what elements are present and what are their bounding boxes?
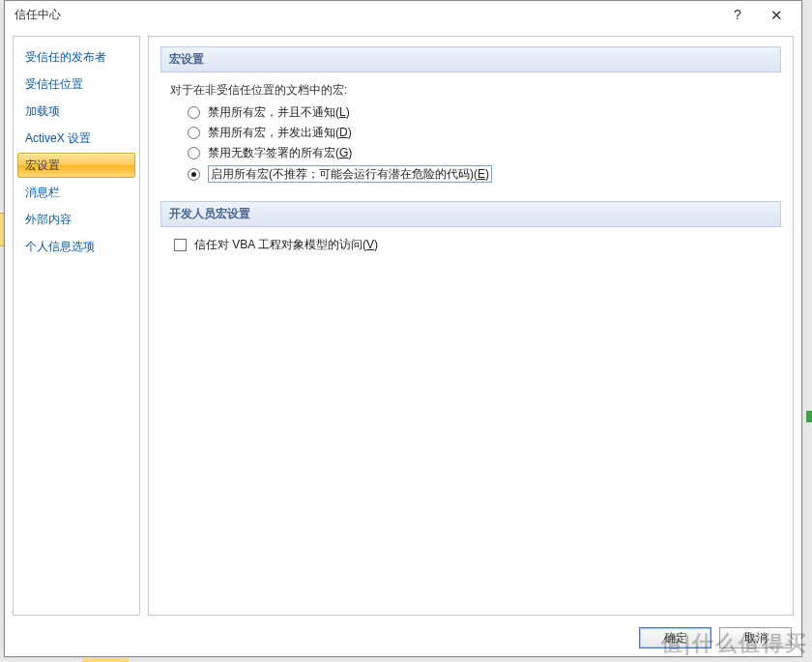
window-title: 信任中心 bbox=[14, 7, 718, 23]
section-body-developer: 信任对 VBA 工程对象模型的访问(V) bbox=[160, 237, 781, 271]
radio-label: 禁用所有宏，并且不通知(L) bbox=[208, 104, 350, 120]
sidebar-item-activex-settings[interactable]: ActiveX 设置 bbox=[17, 126, 135, 151]
radio-label: 启用所有宏(不推荐；可能会运行有潜在危险的代码)(E) bbox=[208, 165, 492, 183]
section-header-macro: 宏设置 bbox=[160, 46, 781, 72]
cancel-button[interactable]: 取消 bbox=[719, 627, 792, 648]
buttonbar: 确定 取消 bbox=[5, 619, 801, 656]
radio-icon bbox=[188, 147, 200, 159]
radio-icon bbox=[188, 168, 200, 181]
sidebar-item-message-bar[interactable]: 消息栏 bbox=[17, 180, 135, 205]
titlebar: 信任中心 ? ✕ bbox=[5, 1, 801, 28]
close-button[interactable]: ✕ bbox=[757, 4, 796, 26]
radio-disable-notify[interactable]: 禁用所有宏，并发出通知(D) bbox=[188, 125, 781, 140]
sidebar: 受信任的发布者 受信任位置 加载项 ActiveX 设置 宏设置 消息栏 外部内… bbox=[13, 36, 140, 616]
section-body-macro: 对于在非受信任位置的文档中的宏: 禁用所有宏，并且不通知(L) 禁用所有宏，并发… bbox=[160, 82, 781, 201]
radio-label: 禁用无数字签署的所有宏(G) bbox=[208, 145, 352, 160]
radio-label: 禁用所有宏，并发出通知(D) bbox=[208, 125, 352, 140]
help-button[interactable]: ? bbox=[718, 4, 757, 26]
section-header-developer: 开发人员宏设置 bbox=[160, 201, 781, 227]
ok-button[interactable]: 确定 bbox=[639, 627, 711, 648]
radio-icon bbox=[188, 127, 200, 139]
checkbox-trust-vba[interactable]: 信任对 VBA 工程对象模型的访问(V) bbox=[174, 237, 781, 252]
radio-disable-no-notify[interactable]: 禁用所有宏，并且不通知(L) bbox=[188, 104, 781, 120]
sidebar-item-trusted-publishers[interactable]: 受信任的发布者 bbox=[17, 44, 135, 70]
radio-enable-all[interactable]: 启用所有宏(不推荐；可能会运行有潜在危险的代码)(E) bbox=[188, 165, 781, 183]
sidebar-item-privacy-options[interactable]: 个人信息选项 bbox=[17, 234, 135, 259]
checkbox-label: 信任对 VBA 工程对象模型的访问(V) bbox=[194, 237, 378, 252]
sidebar-item-trusted-locations[interactable]: 受信任位置 bbox=[17, 72, 135, 97]
radio-icon bbox=[188, 106, 200, 119]
sidebar-item-addins[interactable]: 加载项 bbox=[17, 99, 135, 124]
macro-intro-text: 对于在非受信任位置的文档中的宏: bbox=[168, 82, 781, 99]
sidebar-item-macro-settings[interactable]: 宏设置 bbox=[17, 153, 135, 178]
radio-disable-unsigned[interactable]: 禁用无数字签署的所有宏(G) bbox=[188, 145, 781, 160]
content-panel: 宏设置 对于在非受信任位置的文档中的宏: 禁用所有宏，并且不通知(L) 禁用所有… bbox=[148, 36, 794, 616]
checkbox-icon bbox=[174, 239, 187, 251]
trust-center-dialog: 信任中心 ? ✕ 受信任的发布者 受信任位置 加载项 ActiveX 设置 宏设… bbox=[4, 0, 802, 657]
sidebar-item-external-content[interactable]: 外部内容 bbox=[17, 207, 135, 232]
bg-decoration bbox=[82, 658, 129, 662]
dialog-body: 受信任的发布者 受信任位置 加载项 ActiveX 设置 宏设置 消息栏 外部内… bbox=[5, 28, 801, 619]
bg-decoration bbox=[806, 411, 812, 422]
